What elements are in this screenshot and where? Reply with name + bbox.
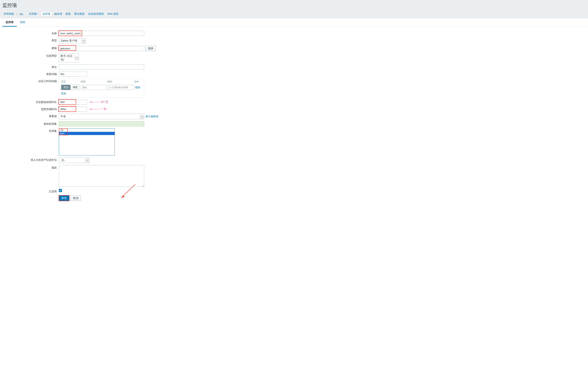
- type-select[interactable]: Zabbix 客户端: [59, 38, 86, 44]
- bc-applications[interactable]: 应用集1: [28, 11, 40, 16]
- label-info-type: 信息类型: [2, 53, 59, 58]
- chevron-down-icon: [85, 158, 89, 163]
- label-key: 键值: [2, 45, 59, 50]
- description-textarea[interactable]: [59, 165, 144, 187]
- form-tabs: 监控项 进程: [0, 18, 588, 27]
- interval-type-toggle[interactable]: 灵活 调度: [61, 85, 80, 90]
- item-form: 名称 类型 Zabbix 客户端 键值 选择 信息类型 数字 (无正负): [0, 27, 201, 207]
- key-select-button[interactable]: 选择: [145, 45, 156, 51]
- bc-triggers[interactable]: 触发器: [53, 11, 63, 16]
- name-input[interactable]: [59, 31, 144, 36]
- cancel-button[interactable]: 取消: [70, 195, 81, 201]
- applications-listbox[interactable]: -无- yyj1: [59, 128, 115, 155]
- bc-template-name[interactable]: Atp: [18, 12, 24, 16]
- bc-screens[interactable]: 聚合图形: [73, 11, 86, 16]
- annotation-history: 3个月: [90, 100, 108, 104]
- tab-item[interactable]: 监控项: [2, 18, 17, 27]
- update-interval-input[interactable]: [59, 71, 87, 77]
- breadcrumb: 所有模板 / Atp 应用集1 监控项 触发器 图形 聚合图形 自动发现规则 W…: [0, 10, 588, 18]
- show-value-select[interactable]: 不变: [59, 114, 144, 119]
- label-custom-intervals: 自定义时间间隔: [2, 79, 59, 83]
- app-option-yyj1[interactable]: yyj1: [59, 132, 115, 135]
- label-name: 名称: [2, 31, 59, 35]
- show-value-mappings-link[interactable]: 展示值映射: [145, 115, 158, 118]
- hdr-type: 类型: [61, 80, 81, 83]
- info-type-select[interactable]: 数字 (无正负): [59, 53, 79, 63]
- label-description: 描述: [2, 165, 59, 170]
- bc-items[interactable]: 监控项: [41, 11, 52, 17]
- annotation-trends: 一年: [90, 107, 107, 111]
- label-new-app: 新的应用集: [2, 121, 59, 126]
- label-inventory: 填入主机资产纪录栏位: [2, 158, 59, 162]
- page-title: 监控项: [0, 0, 588, 10]
- tab-process[interactable]: 进程: [17, 18, 28, 27]
- svg-marker-1: [121, 195, 125, 198]
- bc-discovery[interactable]: 自动发现规则: [87, 11, 105, 16]
- label-update-interval: 更新间隔: [2, 71, 59, 76]
- bc-web[interactable]: Web 场景: [106, 11, 120, 16]
- chevron-down-icon: [82, 38, 85, 43]
- interval-period-input[interactable]: [108, 85, 134, 90]
- trends-input[interactable]: [59, 107, 87, 112]
- label-enabled: 已启用: [2, 189, 59, 193]
- history-input[interactable]: [59, 100, 87, 105]
- key-input[interactable]: [59, 46, 144, 51]
- label-units: 单位: [2, 65, 59, 69]
- label-type: 类型: [2, 38, 59, 42]
- hdr-interval: 间隔: [81, 80, 107, 83]
- interval-remove-link[interactable]: 移除: [135, 86, 140, 89]
- label-history: 历史数据保留时长: [2, 100, 59, 104]
- label-show-value: 查看值: [2, 114, 59, 118]
- bc-sep: /: [16, 13, 17, 16]
- add-button[interactable]: 添加: [59, 195, 69, 201]
- inventory-select[interactable]: -无-: [59, 158, 89, 163]
- bc-all-templates[interactable]: 所有模板: [2, 11, 15, 16]
- label-apps: 应用集: [2, 128, 59, 133]
- app-option-none[interactable]: -无-: [59, 129, 115, 132]
- hdr-period: 期间: [107, 80, 134, 83]
- chevron-down-icon: [75, 55, 79, 60]
- custom-intervals-box: 类型 间隔 期间 动作 灵活 调度 移除 添加: [59, 79, 144, 98]
- label-trends: 趋势存储时间: [2, 107, 59, 111]
- interval-value-input[interactable]: [81, 85, 107, 90]
- chevron-down-icon: [140, 114, 144, 119]
- enabled-checkbox[interactable]: [59, 189, 62, 192]
- interval-add-link[interactable]: 添加: [61, 92, 66, 95]
- units-input[interactable]: [59, 65, 144, 69]
- hdr-action: 动作: [134, 80, 142, 83]
- new-application-input[interactable]: [59, 121, 144, 126]
- bc-graphs[interactable]: 图形: [64, 11, 72, 16]
